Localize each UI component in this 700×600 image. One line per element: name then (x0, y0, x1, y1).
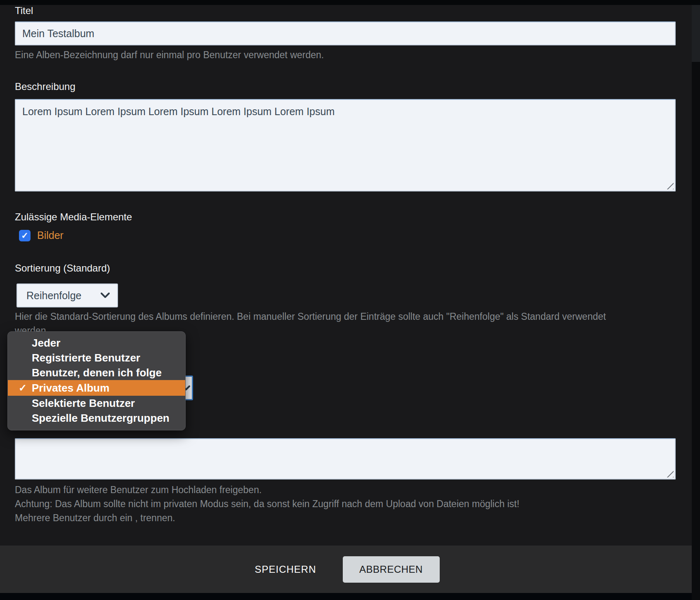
cancel-button[interactable]: ABBRECHEN (343, 556, 440, 583)
chevron-down-icon (101, 293, 110, 298)
sorting-help-line1: Hier die Standard-Sortierung des Albums … (15, 310, 606, 323)
dropdown-option-label: Spezielle Benutzergruppen (32, 412, 170, 424)
upload-help-line2: Achtung: Das Album sollte nicht im priva… (15, 498, 519, 510)
bilder-checkbox-label[interactable]: Bilder (37, 229, 64, 241)
visibility-dropdown-list: JederRegistrierte BenutzerBenutzer, dene… (8, 335, 185, 425)
dropdown-option[interactable]: Selektierte Benutzer (8, 396, 185, 411)
upload-help-line1: Das Album für weitere Benutzer zum Hochl… (15, 484, 262, 496)
dropdown-option[interactable]: ✓Privates Album (8, 380, 185, 396)
description-textarea[interactable]: Lorem Ipsum Lorem Ipsum Lorem Ipsum Lore… (15, 99, 676, 191)
sorting-select-value: Reihenfolge (26, 290, 81, 302)
bilder-checkbox[interactable]: ✓ (19, 230, 31, 241)
album-edit-form: Titel Eine Alben-Bezeichnung darf nur ei… (0, 0, 700, 600)
dropdown-option[interactable]: Spezielle Benutzergruppen (8, 411, 185, 425)
action-bar: SPEICHERN ABBRECHEN (0, 546, 692, 593)
dropdown-option[interactable]: Registrierte Benutzer (8, 350, 185, 365)
upload-users-textarea-wrap (15, 438, 676, 480)
scrollbar-track[interactable] (692, 5, 700, 600)
sorting-select[interactable]: Reihenfolge (16, 283, 118, 307)
dropdown-option[interactable]: Jeder (8, 335, 185, 350)
upload-users-textarea[interactable] (15, 438, 676, 480)
dropdown-option-label: Selektierte Benutzer (32, 397, 135, 409)
dropdown-option-label: Jeder (32, 337, 60, 349)
check-icon: ✓ (21, 231, 28, 241)
dropdown-option-label: Privates Album (32, 382, 109, 394)
save-button[interactable]: SPEICHERN (252, 563, 318, 576)
upload-help-line3: Mehrere Benutzer durch ein , trennen. (15, 512, 175, 524)
top-strip (0, 0, 700, 5)
dropdown-option[interactable]: Benutzer, denen ich folge (8, 365, 185, 380)
dropdown-option-label: Registrierte Benutzer (32, 352, 140, 364)
media-elements-label: Zulässige Media-Elemente (15, 210, 132, 224)
check-icon: ✓ (19, 380, 27, 396)
media-checkbox-row: ✓ Bilder (19, 229, 64, 241)
visibility-dropdown-menu: JederRegistrierte BenutzerBenutzer, dene… (7, 331, 186, 430)
title-input[interactable] (15, 21, 676, 45)
scrollbar-thumb[interactable] (692, 5, 700, 62)
title-help: Eine Alben-Bezeichnung darf nur einmal p… (15, 49, 324, 61)
title-label: Titel (15, 4, 33, 17)
bottom-strip (0, 593, 700, 600)
dropdown-option-label: Benutzer, denen ich folge (32, 366, 162, 379)
description-textarea-wrap: Lorem Ipsum Lorem Ipsum Lorem Ipsum Lore… (15, 99, 676, 191)
sorting-label: Sortierung (Standard) (15, 262, 110, 275)
description-label: Beschreibung (15, 80, 75, 93)
